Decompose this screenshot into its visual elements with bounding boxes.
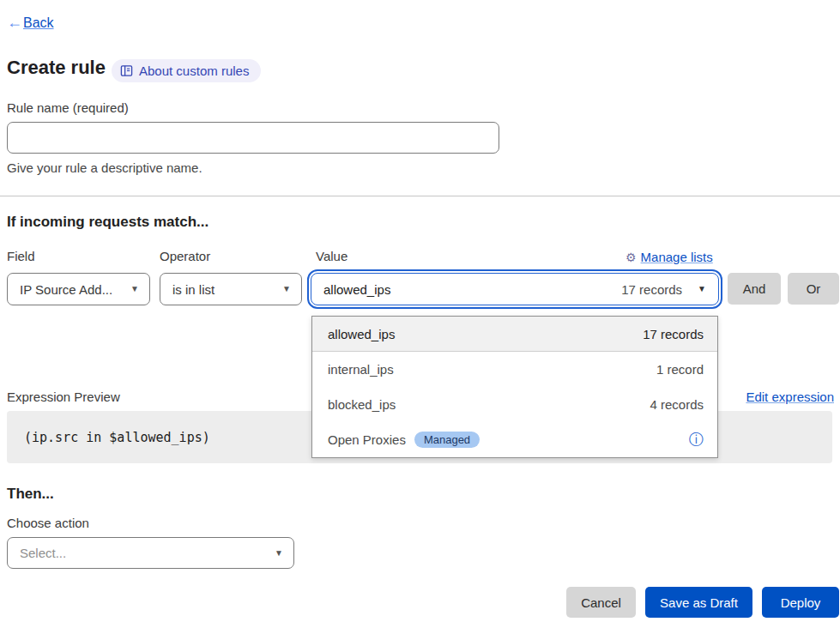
action-select-placeholder: Select... xyxy=(20,546,66,560)
value-select[interactable]: allowed_ips 17 records ▼ xyxy=(311,273,719,305)
book-icon xyxy=(120,64,133,77)
about-badge-label: About custom rules xyxy=(139,63,249,78)
or-button[interactable]: Or xyxy=(788,273,839,305)
list-item-name: allowed_ips xyxy=(328,327,395,341)
left-arrow-icon: ← xyxy=(7,14,22,32)
manage-lists-label: Manage lists xyxy=(641,250,713,264)
cancel-button[interactable]: Cancel xyxy=(566,587,636,618)
section-divider xyxy=(0,196,840,196)
operator-select[interactable]: is in list ▼ xyxy=(160,273,302,305)
back-label: Back xyxy=(23,15,54,31)
chevron-down-icon: ▼ xyxy=(275,549,283,558)
match-heading: If incoming requests match... xyxy=(7,214,208,231)
rule-name-input[interactable] xyxy=(7,122,499,154)
then-heading: Then... xyxy=(7,486,54,503)
page-title: Create rule xyxy=(7,57,106,79)
expression-code: (ip.src in $allowed_ips) xyxy=(24,430,210,445)
field-label: Field xyxy=(7,249,35,263)
and-button[interactable]: And xyxy=(728,273,781,305)
manage-lists-link[interactable]: ⚙ Manage lists xyxy=(625,250,713,264)
value-dropdown-panel: allowed_ips 17 records internal_ips 1 re… xyxy=(311,316,718,458)
deploy-button[interactable]: Deploy xyxy=(762,587,839,618)
list-item-blocked-ips[interactable]: blocked_ips 4 records xyxy=(312,387,717,422)
rule-name-label: Rule name (required) xyxy=(7,100,129,115)
back-link[interactable]: ← Back xyxy=(7,14,54,32)
chevron-down-icon: ▼ xyxy=(698,285,706,293)
list-item-name: internal_ips xyxy=(328,362,394,377)
expression-preview-label: Expression Preview xyxy=(7,389,120,404)
operator-select-value: is in list xyxy=(172,282,215,297)
edit-expression-link[interactable]: Edit expression xyxy=(746,389,834,404)
create-rule-page: ← Back Create rule About custom rules Ru… xyxy=(0,0,840,634)
value-select-records: 17 records xyxy=(621,282,682,297)
operator-label: Operator xyxy=(160,249,210,263)
list-item-name: Open Proxies xyxy=(328,432,406,447)
save-as-draft-button[interactable]: Save as Draft xyxy=(645,587,752,618)
list-item-records: 4 records xyxy=(650,397,704,412)
choose-action-label: Choose action xyxy=(7,516,89,530)
list-item-allowed-ips[interactable]: allowed_ips 17 records xyxy=(312,317,717,352)
rule-name-helper: Give your rule a descriptive name. xyxy=(7,160,202,175)
gear-icon: ⚙ xyxy=(625,251,637,264)
chevron-down-icon: ▼ xyxy=(130,285,139,293)
list-item-records: 17 records xyxy=(643,327,704,341)
value-select-value: allowed_ips xyxy=(323,282,390,297)
action-select[interactable]: Select... ▼ xyxy=(7,537,294,569)
list-item-name: blocked_ips xyxy=(328,397,396,412)
field-select-value: IP Source Add... xyxy=(20,282,112,297)
info-icon[interactable]: ⓘ xyxy=(689,430,704,450)
chevron-down-icon: ▼ xyxy=(282,285,291,293)
managed-badge: Managed xyxy=(414,432,480,448)
about-custom-rules-link[interactable]: About custom rules xyxy=(112,59,261,82)
list-item-open-proxies[interactable]: Open Proxies Managed ⓘ xyxy=(312,422,717,457)
list-item-records: 1 record xyxy=(656,362,704,377)
list-item-internal-ips[interactable]: internal_ips 1 record xyxy=(312,352,717,387)
value-label: Value xyxy=(316,249,347,263)
field-select[interactable]: IP Source Add... ▼ xyxy=(7,273,150,305)
